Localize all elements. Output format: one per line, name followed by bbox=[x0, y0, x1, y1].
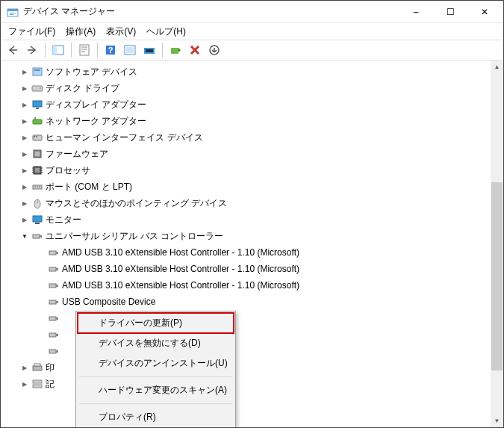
expand-icon[interactable]: ▼ bbox=[19, 233, 31, 240]
toolbar-separator bbox=[97, 43, 98, 58]
update-driver-button[interactable] bbox=[140, 41, 158, 59]
expand-icon[interactable]: ▶ bbox=[19, 134, 31, 141]
svg-rect-52 bbox=[56, 268, 58, 270]
tree-label: ネットワーク アダプター bbox=[44, 115, 146, 128]
expand-icon[interactable]: ▶ bbox=[19, 151, 31, 158]
close-button[interactable]: ✕ bbox=[467, 1, 502, 23]
forward-button[interactable] bbox=[23, 41, 41, 59]
tree-row[interactable]: USB Composite Device bbox=[2, 294, 502, 310]
minimize-button[interactable]: – bbox=[399, 1, 433, 23]
tree-label: ユニバーサル シリアル バス コントローラー bbox=[44, 230, 223, 243]
tree-row[interactable]: ▶ポート (COM と LPT) bbox=[2, 179, 502, 195]
svg-rect-51 bbox=[49, 267, 56, 271]
tree-label: ソフトウェア デバイス bbox=[44, 66, 137, 78]
toolbar-separator bbox=[45, 43, 46, 58]
expand-icon[interactable]: ▶ bbox=[19, 217, 31, 223]
vertical-scrollbar[interactable]: ▲ ▼ bbox=[491, 61, 503, 427]
menu-action[interactable]: 操作(A) bbox=[61, 24, 100, 40]
ctx-separator bbox=[79, 403, 232, 404]
firmware-icon bbox=[31, 148, 44, 160]
svg-rect-3 bbox=[10, 14, 13, 15]
back-button[interactable] bbox=[4, 41, 22, 59]
tree-row[interactable]: ▶モニター bbox=[2, 211, 502, 228]
enable-device-button[interactable] bbox=[167, 41, 184, 59]
tree-row[interactable]: AMD USB 3.10 eXtensible Host Controller … bbox=[2, 277, 502, 294]
svg-rect-64 bbox=[34, 364, 40, 366]
svg-rect-59 bbox=[49, 333, 56, 337]
svg-rect-61 bbox=[49, 350, 56, 353]
tree-row[interactable]: ▶ネットワーク アダプター bbox=[2, 113, 502, 129]
toolbar: ? bbox=[1, 40, 503, 61]
svg-rect-46 bbox=[35, 223, 40, 224]
usb-dev-icon bbox=[47, 263, 60, 275]
svg-rect-49 bbox=[49, 251, 56, 255]
svg-rect-25 bbox=[34, 117, 36, 120]
scroll-down-icon[interactable]: ▼ bbox=[491, 415, 503, 427]
expand-icon[interactable]: ▶ bbox=[19, 69, 31, 75]
svg-point-21 bbox=[40, 87, 41, 89]
menu-file[interactable]: ファイル(F) bbox=[4, 24, 60, 40]
tree-row[interactable]: ▶ヒューマン インターフェイス デバイス bbox=[2, 129, 502, 146]
svg-rect-27 bbox=[34, 136, 35, 137]
tree-row[interactable]: ▶プロセッサ bbox=[2, 162, 502, 179]
tree-label: ポート (COM と LPT) bbox=[44, 181, 132, 193]
ctx-update-driver[interactable]: ドライバーの更新(P) bbox=[78, 313, 234, 333]
app-icon bbox=[7, 6, 19, 18]
expand-icon[interactable]: ▶ bbox=[19, 381, 31, 388]
expand-icon[interactable]: ▶ bbox=[19, 118, 31, 125]
tree-row[interactable]: AMD USB 3.10 eXtensible Host Controller … bbox=[2, 261, 502, 277]
ctx-scan-hardware[interactable]: ハードウェア変更のスキャン(A) bbox=[78, 380, 234, 400]
expand-icon[interactable]: ▶ bbox=[19, 184, 31, 190]
tree-row[interactable]: AMD USB 3.10 eXtensible Host Controller … bbox=[2, 244, 502, 261]
expand-icon[interactable]: ▶ bbox=[19, 365, 31, 371]
usb-dev-icon bbox=[47, 279, 60, 291]
svg-rect-53 bbox=[49, 284, 56, 288]
window-title: デバイス マネージャー bbox=[23, 5, 399, 18]
scroll-thumb[interactable] bbox=[491, 182, 503, 370]
show-hide-tree-button[interactable] bbox=[49, 41, 67, 59]
expand-icon[interactable]: ▶ bbox=[19, 200, 31, 207]
mouse-icon bbox=[31, 197, 44, 209]
tree-label: ディスク ドライブ bbox=[44, 82, 119, 95]
tree-row[interactable]: ▶ソフトウェア デバイス bbox=[2, 63, 502, 80]
tree-row[interactable]: ▼ユニバーサル シリアル バス コントローラー bbox=[2, 228, 502, 244]
ctx-disable-device[interactable]: デバイスを無効にする(D) bbox=[78, 333, 234, 353]
properties-button[interactable] bbox=[75, 41, 93, 59]
network-icon bbox=[31, 115, 44, 127]
port-icon bbox=[31, 181, 44, 193]
svg-text:?: ? bbox=[108, 46, 113, 55]
svg-rect-57 bbox=[49, 317, 56, 320]
help-button[interactable]: ? bbox=[102, 41, 119, 59]
svg-point-42 bbox=[39, 186, 40, 187]
software-icon bbox=[31, 66, 44, 78]
maximize-button[interactable]: ☐ bbox=[433, 1, 467, 23]
expand-icon[interactable]: ▶ bbox=[19, 102, 31, 108]
content-area: ▶ソフトウェア デバイス▶ディスク ドライブ▶ディスプレイ アダプター▶ネットワ… bbox=[1, 61, 503, 427]
menu-view[interactable]: 表示(V) bbox=[102, 24, 140, 40]
tree-label: AMD USB 3.10 eXtensible Host Controller … bbox=[60, 264, 299, 274]
tree-row[interactable]: ▶マウスとそのほかのポインティング デバイス bbox=[2, 195, 502, 211]
expand-icon[interactable]: ▶ bbox=[19, 167, 31, 174]
scroll-track[interactable] bbox=[491, 73, 503, 415]
svg-rect-55 bbox=[49, 300, 56, 304]
tree-label: 記 bbox=[44, 378, 55, 391]
ctx-properties[interactable]: プロパティ(R) bbox=[78, 407, 234, 427]
svg-rect-30 bbox=[35, 152, 40, 156]
expand-icon[interactable]: ▶ bbox=[19, 85, 31, 92]
tree-row[interactable]: ▶ディスプレイ アダプター bbox=[2, 96, 502, 113]
scan-hardware-button[interactable] bbox=[121, 41, 139, 59]
uninstall-device-button[interactable] bbox=[186, 41, 204, 59]
disable-device-button[interactable] bbox=[205, 41, 223, 59]
svg-rect-15 bbox=[146, 49, 153, 52]
svg-rect-45 bbox=[33, 216, 42, 222]
ctx-uninstall-device[interactable]: デバイスのアンインストール(U) bbox=[78, 353, 234, 373]
svg-rect-16 bbox=[171, 48, 178, 54]
tree-row[interactable]: ▶ディスク ドライブ bbox=[2, 80, 502, 96]
usb-dev-icon bbox=[47, 312, 60, 324]
tree-label: モニター bbox=[44, 214, 81, 226]
svg-point-40 bbox=[34, 186, 36, 187]
usb-icon bbox=[31, 230, 44, 242]
tree-row[interactable]: ▶ファームウェア bbox=[2, 146, 502, 162]
menu-help[interactable]: ヘルプ(H) bbox=[142, 24, 190, 40]
scroll-up-icon[interactable]: ▲ bbox=[491, 61, 503, 73]
